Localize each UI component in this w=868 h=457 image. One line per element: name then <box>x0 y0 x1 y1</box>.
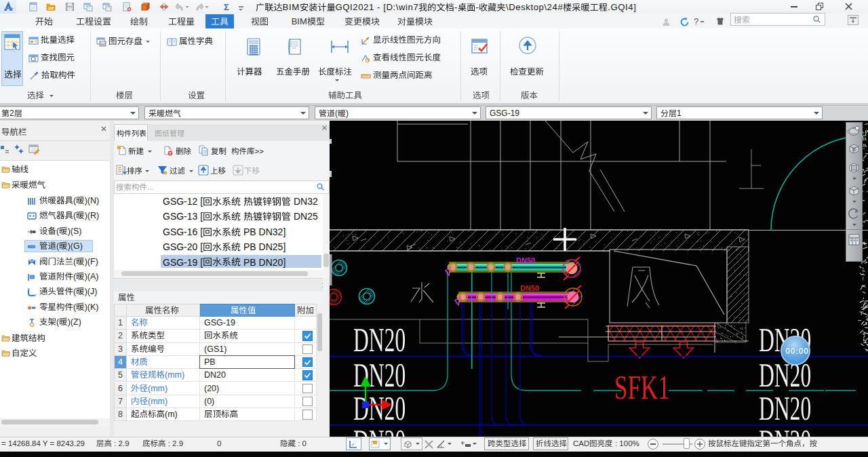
svg-text:3D: 3D <box>852 148 856 152</box>
svg-text:DN50: DN50 <box>516 256 535 264</box>
svg-text:DN50: DN50 <box>520 284 539 292</box>
